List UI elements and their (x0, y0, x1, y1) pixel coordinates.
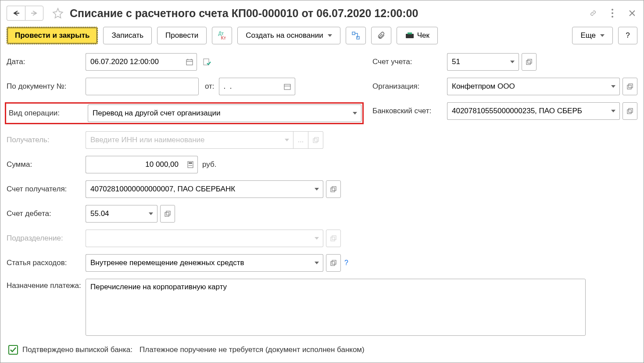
doc-from-date-input[interactable] (219, 78, 280, 95)
help-button[interactable]: ? (618, 27, 637, 44)
calendar-icon[interactable] (182, 53, 197, 71)
account-label: Счет учета: (372, 58, 447, 66)
svg-point-24 (191, 165, 192, 166)
account-input[interactable] (447, 53, 504, 71)
svg-rect-35 (627, 85, 631, 89)
svg-rect-11 (186, 60, 193, 65)
op-type-label: Вид операции: (7, 109, 88, 118)
nav-forward-button[interactable] (25, 6, 43, 21)
recipient-account-label: Счет получателя: (7, 185, 86, 194)
ellipsis-icon: … (293, 131, 308, 149)
svg-point-4 (612, 16, 613, 18)
confirmed-checkbox[interactable] (8, 345, 18, 355)
window-title: Списание с расчетного счета КП00-000010 … (70, 7, 584, 20)
recipient-input (86, 131, 279, 149)
purpose-textarea[interactable] (86, 279, 586, 336)
open-icon[interactable] (326, 254, 341, 272)
svg-rect-30 (332, 236, 336, 240)
open-icon[interactable] (623, 78, 637, 95)
dropdown-icon[interactable] (143, 205, 157, 223)
attachment-button[interactable] (371, 27, 391, 44)
svg-rect-10 (408, 32, 412, 34)
svg-point-22 (189, 165, 190, 166)
op-type-input[interactable] (88, 104, 347, 122)
expense-item-input[interactable] (86, 254, 308, 272)
open-icon (326, 230, 341, 247)
post-and-close-button[interactable]: Провести и закрыть (7, 27, 98, 44)
dropdown-icon[interactable] (308, 180, 323, 198)
expense-item-label: Статья расходов: (7, 259, 86, 267)
svg-point-23 (190, 165, 191, 166)
dropdown-icon[interactable] (605, 102, 620, 120)
dropdown-icon[interactable] (308, 254, 323, 272)
link-icon[interactable] (587, 7, 599, 19)
open-icon[interactable] (522, 53, 537, 71)
doc-no-input[interactable] (86, 78, 199, 95)
date-input[interactable] (86, 53, 182, 71)
svg-rect-28 (166, 211, 170, 215)
svg-rect-26 (332, 187, 336, 190)
open-icon (308, 131, 323, 149)
svg-rect-38 (629, 108, 633, 112)
dropdown-icon (308, 230, 323, 247)
svg-rect-8 (357, 36, 359, 39)
chevron-down-icon (328, 34, 332, 37)
debit-account-label: Счет дебета: (7, 209, 86, 218)
open-icon[interactable] (623, 102, 637, 120)
more-button[interactable]: Еще (572, 27, 613, 44)
dropdown-icon[interactable] (605, 78, 620, 95)
confirmed-text: Платежное поручение не требуется (докуме… (140, 345, 365, 354)
open-icon[interactable] (160, 205, 175, 223)
svg-point-3 (612, 12, 613, 14)
svg-rect-34 (528, 59, 532, 63)
svg-rect-7 (352, 32, 355, 35)
organization-label: Организация: (372, 82, 447, 91)
svg-rect-31 (331, 262, 335, 266)
svg-rect-33 (526, 61, 530, 65)
bank-account-label: Банковский счет: (372, 107, 447, 115)
dropdown-icon[interactable] (347, 104, 361, 122)
chevron-down-icon (600, 34, 605, 37)
cheque-label: Чек (417, 31, 429, 40)
doc-status-icon[interactable] (200, 53, 215, 71)
printer-icon (405, 32, 415, 39)
recipient-account-input[interactable] (86, 180, 308, 198)
cheque-button[interactable]: Чек (397, 27, 438, 44)
dropdown-icon[interactable] (504, 53, 519, 71)
more-label: Еще (580, 31, 596, 40)
date-label: Дата: (7, 58, 86, 66)
department-label: Подразделение: (7, 234, 86, 243)
nav-back-button[interactable] (7, 6, 25, 21)
organization-input[interactable] (447, 78, 605, 95)
recipient-label: Получатель: (7, 136, 86, 144)
operation-type-row: Вид операции: (5, 102, 364, 124)
svg-rect-16 (284, 84, 290, 90)
help-link[interactable]: ? (344, 259, 348, 267)
post-button[interactable]: Провести (157, 27, 207, 44)
create-based-on-button[interactable]: Создать на основании (237, 27, 340, 44)
amount-label: Сумма: (7, 160, 86, 169)
dropdown-icon (279, 131, 293, 149)
amount-input[interactable] (86, 156, 183, 173)
save-button[interactable]: Записать (103, 27, 152, 44)
dt-kt-button[interactable]: ДтКт (212, 27, 232, 44)
svg-rect-29 (331, 237, 335, 241)
bank-account-input[interactable] (447, 102, 605, 120)
purpose-label: Назначение платежа: (7, 279, 86, 290)
create-based-label: Создать на основании (246, 31, 323, 40)
doc-no-label: По документу №: (7, 82, 86, 91)
svg-rect-32 (332, 260, 336, 264)
svg-rect-27 (165, 212, 169, 216)
svg-rect-36 (629, 84, 633, 88)
calculator-icon[interactable] (183, 156, 198, 173)
structure-button[interactable] (346, 27, 366, 44)
favorite-star-icon[interactable] (51, 7, 64, 20)
calendar-icon[interactable] (280, 78, 295, 95)
kebab-menu-icon[interactable] (607, 7, 618, 19)
department-input (86, 230, 308, 247)
svg-rect-9 (406, 34, 414, 38)
svg-point-2 (612, 9, 613, 11)
debit-account-input[interactable] (86, 205, 143, 223)
close-button[interactable] (626, 7, 637, 19)
open-icon[interactable] (326, 180, 341, 198)
